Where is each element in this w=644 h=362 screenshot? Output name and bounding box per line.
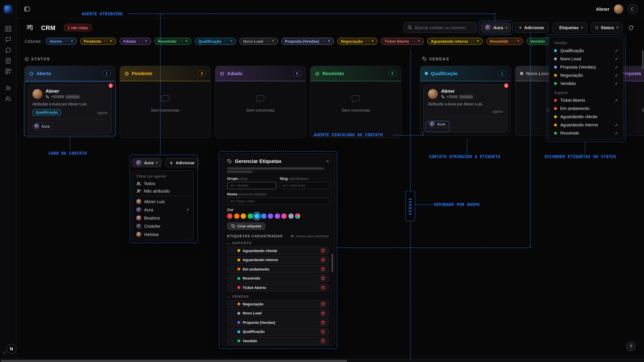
chat-icon[interactable] xyxy=(5,36,11,43)
add-contact-icon[interactable] xyxy=(5,85,11,91)
report-icon[interactable] xyxy=(5,57,11,64)
panel-label-item[interactable]: Negociação ✓ xyxy=(551,71,621,79)
refresh-button[interactable] xyxy=(626,23,636,32)
dashboard-icon[interactable] xyxy=(5,25,11,32)
panel-label-item[interactable]: Aguardando interno ✓ xyxy=(551,121,621,129)
drag-handle-icon[interactable]: ⋮⋮ xyxy=(265,40,270,42)
label-row[interactable]: ⋮⋮ Proposta (Vendas) xyxy=(227,319,329,326)
close-icon[interactable]: × xyxy=(418,39,420,43)
label-row[interactable]: ⋮⋮ Vendido xyxy=(227,337,329,345)
color-swatch[interactable] xyxy=(288,213,294,219)
search-input[interactable] xyxy=(415,25,473,30)
color-swatch[interactable] xyxy=(227,213,232,219)
drag-handle-icon[interactable]: ⋮⋮ xyxy=(230,303,235,305)
drag-handle-icon[interactable]: ⋮⋮ xyxy=(178,40,183,42)
drag-handle-icon[interactable]: ⋮⋮ xyxy=(224,40,228,42)
modal-group-vendas[interactable]: ⌄ VENDAS xyxy=(227,294,329,298)
contacts-icon[interactable] xyxy=(5,96,11,102)
drag-handle-icon[interactable]: ⋮⋮ xyxy=(321,40,326,42)
delete-label-button[interactable] xyxy=(320,257,326,263)
qr-code-icon[interactable] xyxy=(5,68,11,75)
agent-chip[interactable]: Aura xyxy=(32,122,53,130)
agent-option[interactable]: Beatrice xyxy=(134,214,192,222)
close-icon[interactable]: × xyxy=(326,158,329,164)
column-chip[interactable]: Ticket Aberto⋮⋮× xyxy=(381,37,424,44)
column-chip[interactable]: Novo Lead⋮⋮× xyxy=(240,37,278,44)
contact-card[interactable]: 1 Abner +5548 Atribuído a Aura por Abner… xyxy=(424,84,507,132)
column-chip[interactable]: Aguardando interno⋮⋮× xyxy=(427,37,483,44)
column-header[interactable]: Aberto 1 xyxy=(25,66,115,81)
add-button[interactable]: Adicionar xyxy=(165,158,199,167)
drag-handle-icon[interactable]: ⋮⋮ xyxy=(230,268,235,271)
drag-handle-icon[interactable]: ⋮⋮ xyxy=(230,249,235,252)
drag-handle-icon[interactable]: ⋮⋮ xyxy=(230,258,235,261)
add-button[interactable]: Adicionar xyxy=(514,22,549,33)
create-label-button[interactable]: Criar etiqueta xyxy=(227,222,265,230)
label-row[interactable]: ⋮⋮ Resolvido xyxy=(227,274,329,282)
delete-label-button[interactable] xyxy=(320,275,326,281)
drag-handle-icon[interactable]: ⋮⋮ xyxy=(230,339,235,342)
message-circle-icon[interactable] xyxy=(5,47,11,53)
drag-handle-icon[interactable]: ⋮⋮ xyxy=(365,40,369,42)
panel-label-item[interactable]: Qualificação ✓ xyxy=(551,46,621,55)
panel-label-item[interactable]: Proposta (Vendas) ✓ xyxy=(551,63,621,71)
name-input[interactable] xyxy=(227,197,329,205)
color-swatch[interactable] xyxy=(241,213,246,219)
drag-handle-icon[interactable]: ⋮⋮ xyxy=(230,312,235,315)
color-swatch[interactable] xyxy=(282,213,287,219)
color-swatch[interactable] xyxy=(261,213,266,219)
close-icon[interactable]: × xyxy=(230,39,232,43)
color-swatch[interactable] xyxy=(234,213,239,219)
label-row[interactable]: ⋮⋮ Aguardando interno xyxy=(227,256,329,264)
column-chip[interactable]: Pendente⋮⋮× xyxy=(80,37,116,44)
delete-label-button[interactable] xyxy=(320,301,326,307)
panel-label-item[interactable]: Aguardando cliente xyxy=(551,112,621,121)
column-chip[interactable]: Resolvido⋮⋮× xyxy=(154,37,191,44)
delete-label-button[interactable] xyxy=(320,248,326,253)
drag-handle-icon[interactable]: ⋮⋮ xyxy=(230,330,235,333)
delete-label-button[interactable] xyxy=(320,266,326,272)
vertical-scrollbar-thumb[interactable] xyxy=(642,50,644,69)
column-chip[interactable]: Negociação⋮⋮× xyxy=(337,37,377,44)
menu-item-nao-atribuido[interactable]: Não atribuído xyxy=(134,187,192,195)
app-logo-icon[interactable] xyxy=(4,5,12,13)
column-header[interactable]: Qualificação 1 xyxy=(420,66,510,81)
column-chip[interactable]: Qualificação⋮⋮× xyxy=(194,37,236,44)
drag-handle-icon[interactable]: ⋮⋮ xyxy=(103,40,108,42)
horizontal-scrollbar-thumb[interactable] xyxy=(1,360,347,362)
panel-label-item[interactable]: Em andamento xyxy=(551,104,621,112)
panel-toggle-icon[interactable] xyxy=(22,4,32,14)
color-swatch-selected[interactable] xyxy=(254,213,260,219)
agent-option[interactable]: Cristofer xyxy=(134,222,192,230)
label-row[interactable]: ⋮⋮ Aguardando cliente xyxy=(227,247,329,255)
agent-option[interactable]: Abner Luis xyxy=(134,197,192,206)
delete-label-button[interactable] xyxy=(320,338,326,344)
close-icon[interactable]: × xyxy=(110,39,112,43)
close-icon[interactable]: × xyxy=(517,39,520,43)
label-row[interactable]: ⋮⋮ Ticket Aberto xyxy=(227,284,329,292)
close-icon[interactable]: × xyxy=(477,39,479,43)
color-swatch[interactable] xyxy=(268,213,273,219)
drag-handle-icon[interactable]: ⋮⋮ xyxy=(470,40,475,42)
agent-chip[interactable]: Aura xyxy=(428,120,449,128)
status-button[interactable]: Status ▾ xyxy=(591,22,623,33)
label-row[interactable]: ⋮⋮ Qualificação xyxy=(227,328,329,336)
column-header[interactable]: Pendente 0 xyxy=(120,66,210,81)
column-chip[interactable]: Adiado⋮⋮× xyxy=(120,37,151,44)
contact-card[interactable]: 1 Abner +55489 Atribuído a Aura por Abne… xyxy=(28,84,112,134)
labels-button[interactable]: Etiquetas ▾ xyxy=(552,22,587,33)
close-icon[interactable]: × xyxy=(371,39,374,43)
menu-item-todos[interactable]: Todos xyxy=(134,180,192,187)
modal-scrollbar[interactable] xyxy=(332,254,333,272)
delete-label-button[interactable] xyxy=(320,285,326,290)
contact-tag[interactable]: Qualificação xyxy=(32,109,61,116)
agent-option[interactable]: Aura ✓ xyxy=(134,206,192,214)
dark-mode-toggle[interactable]: ☾ xyxy=(628,4,638,14)
close-icon[interactable]: × xyxy=(185,39,188,43)
column-chip[interactable]: Aberto⋮⋮× xyxy=(46,37,77,44)
close-icon[interactable]: × xyxy=(272,39,274,43)
agent-option[interactable]: Heloisa xyxy=(134,230,192,239)
launcher-logo[interactable]: N xyxy=(6,344,16,354)
column-header[interactable]: Resolvido 0 xyxy=(310,66,401,81)
column-chip[interactable]: Proposta (Vendas)⋮⋮× xyxy=(281,37,334,44)
